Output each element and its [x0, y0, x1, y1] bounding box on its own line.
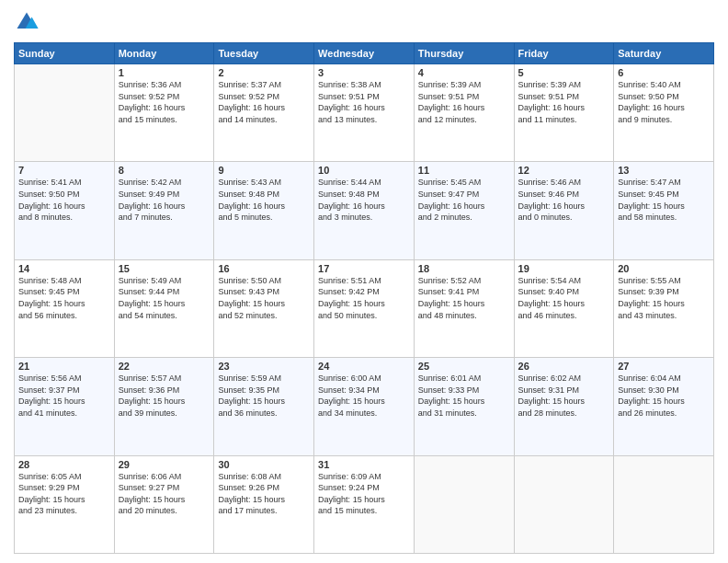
day-info: Sunrise: 5:38 AM Sunset: 9:51 PM Dayligh… — [318, 79, 410, 125]
day-number: 30 — [218, 459, 310, 470]
day-info: Sunrise: 5:40 AM Sunset: 9:50 PM Dayligh… — [618, 79, 710, 125]
day-info: Sunrise: 5:54 AM Sunset: 9:40 PM Dayligh… — [518, 275, 610, 321]
day-number: 27 — [618, 361, 710, 372]
calendar-cell: 8Sunrise: 5:42 AM Sunset: 9:49 PM Daylig… — [114, 162, 214, 259]
day-number: 4 — [418, 67, 510, 78]
day-number: 11 — [418, 165, 510, 176]
day-number: 3 — [318, 67, 410, 78]
day-info: Sunrise: 5:42 AM Sunset: 9:49 PM Dayligh… — [119, 177, 210, 223]
calendar-header-wednesday: Wednesday — [314, 43, 415, 64]
day-info: Sunrise: 5:43 AM Sunset: 9:48 PM Dayligh… — [218, 177, 310, 223]
calendar-cell: 18Sunrise: 5:52 AM Sunset: 9:41 PM Dayli… — [414, 259, 514, 357]
day-number: 31 — [318, 459, 410, 470]
day-info: Sunrise: 5:45 AM Sunset: 9:47 PM Dayligh… — [418, 177, 510, 223]
day-info: Sunrise: 5:41 AM Sunset: 9:50 PM Dayligh… — [18, 177, 110, 223]
logo — [14, 9, 43, 35]
day-number: 25 — [418, 361, 510, 372]
calendar-cell — [614, 455, 714, 553]
day-number: 15 — [119, 263, 210, 274]
calendar-cell: 28Sunrise: 6:05 AM Sunset: 9:29 PM Dayli… — [15, 455, 115, 553]
day-info: Sunrise: 5:36 AM Sunset: 9:52 PM Dayligh… — [119, 79, 210, 125]
calendar-cell: 29Sunrise: 6:06 AM Sunset: 9:27 PM Dayli… — [114, 455, 214, 553]
day-info: Sunrise: 5:52 AM Sunset: 9:41 PM Dayligh… — [418, 275, 510, 321]
calendar-cell — [414, 455, 514, 553]
day-info: Sunrise: 5:48 AM Sunset: 9:45 PM Dayligh… — [18, 275, 110, 321]
day-number: 9 — [218, 165, 310, 176]
day-number: 21 — [18, 361, 110, 372]
day-info: Sunrise: 6:01 AM Sunset: 9:33 PM Dayligh… — [418, 373, 510, 419]
day-number: 16 — [218, 263, 310, 274]
calendar-cell: 2Sunrise: 5:37 AM Sunset: 9:52 PM Daylig… — [214, 64, 314, 162]
calendar-cell: 30Sunrise: 6:08 AM Sunset: 9:26 PM Dayli… — [214, 455, 314, 553]
calendar-week-4: 21Sunrise: 5:56 AM Sunset: 9:37 PM Dayli… — [15, 358, 714, 455]
calendar-cell: 25Sunrise: 6:01 AM Sunset: 9:33 PM Dayli… — [414, 358, 514, 455]
day-number: 23 — [218, 361, 310, 372]
calendar-cell: 20Sunrise: 5:55 AM Sunset: 9:39 PM Dayli… — [614, 259, 714, 357]
day-number: 19 — [518, 263, 610, 274]
day-number: 17 — [318, 263, 410, 274]
calendar-cell: 12Sunrise: 5:46 AM Sunset: 9:46 PM Dayli… — [514, 162, 614, 259]
calendar-cell: 4Sunrise: 5:39 AM Sunset: 9:51 PM Daylig… — [414, 64, 514, 162]
day-number: 5 — [518, 67, 610, 78]
calendar-cell: 10Sunrise: 5:44 AM Sunset: 9:48 PM Dayli… — [314, 162, 415, 259]
day-info: Sunrise: 6:08 AM Sunset: 9:26 PM Dayligh… — [218, 471, 310, 517]
calendar-cell: 24Sunrise: 6:00 AM Sunset: 9:34 PM Dayli… — [314, 358, 415, 455]
calendar-header-tuesday: Tuesday — [214, 43, 314, 64]
day-number: 18 — [418, 263, 510, 274]
calendar-week-3: 14Sunrise: 5:48 AM Sunset: 9:45 PM Dayli… — [15, 259, 714, 357]
calendar-cell: 21Sunrise: 5:56 AM Sunset: 9:37 PM Dayli… — [15, 358, 115, 455]
day-info: Sunrise: 5:59 AM Sunset: 9:35 PM Dayligh… — [218, 373, 310, 419]
calendar-cell: 27Sunrise: 6:04 AM Sunset: 9:30 PM Dayli… — [614, 358, 714, 455]
calendar-week-5: 28Sunrise: 6:05 AM Sunset: 9:29 PM Dayli… — [15, 455, 714, 553]
calendar-cell: 17Sunrise: 5:51 AM Sunset: 9:42 PM Dayli… — [314, 259, 415, 357]
calendar-header-thursday: Thursday — [414, 43, 514, 64]
day-number: 12 — [518, 165, 610, 176]
day-info: Sunrise: 6:05 AM Sunset: 9:29 PM Dayligh… — [18, 471, 110, 517]
day-number: 28 — [18, 459, 110, 470]
calendar-cell: 16Sunrise: 5:50 AM Sunset: 9:43 PM Dayli… — [214, 259, 314, 357]
calendar-cell: 5Sunrise: 5:39 AM Sunset: 9:51 PM Daylig… — [514, 64, 614, 162]
calendar-cell: 9Sunrise: 5:43 AM Sunset: 9:48 PM Daylig… — [214, 162, 314, 259]
day-info: Sunrise: 5:47 AM Sunset: 9:45 PM Dayligh… — [618, 177, 710, 223]
page: SundayMondayTuesdayWednesdayThursdayFrid… — [0, 0, 728, 563]
day-info: Sunrise: 6:00 AM Sunset: 9:34 PM Dayligh… — [318, 373, 410, 419]
day-number: 14 — [18, 263, 110, 274]
day-number: 29 — [119, 459, 210, 470]
day-number: 26 — [518, 361, 610, 372]
day-number: 10 — [318, 165, 410, 176]
day-info: Sunrise: 5:44 AM Sunset: 9:48 PM Dayligh… — [318, 177, 410, 223]
calendar-cell: 1Sunrise: 5:36 AM Sunset: 9:52 PM Daylig… — [114, 64, 214, 162]
header — [14, 9, 714, 35]
calendar-cell: 13Sunrise: 5:47 AM Sunset: 9:45 PM Dayli… — [614, 162, 714, 259]
calendar-cell: 7Sunrise: 5:41 AM Sunset: 9:50 PM Daylig… — [15, 162, 115, 259]
day-number: 2 — [218, 67, 310, 78]
calendar-header-sunday: Sunday — [15, 43, 115, 64]
day-number: 24 — [318, 361, 410, 372]
day-info: Sunrise: 5:46 AM Sunset: 9:46 PM Dayligh… — [518, 177, 610, 223]
calendar-cell: 3Sunrise: 5:38 AM Sunset: 9:51 PM Daylig… — [314, 64, 415, 162]
day-info: Sunrise: 5:39 AM Sunset: 9:51 PM Dayligh… — [518, 79, 610, 125]
day-info: Sunrise: 6:09 AM Sunset: 9:24 PM Dayligh… — [318, 471, 410, 517]
day-info: Sunrise: 5:56 AM Sunset: 9:37 PM Dayligh… — [18, 373, 110, 419]
day-number: 20 — [618, 263, 710, 274]
day-info: Sunrise: 5:57 AM Sunset: 9:36 PM Dayligh… — [119, 373, 210, 419]
calendar-cell: 11Sunrise: 5:45 AM Sunset: 9:47 PM Dayli… — [414, 162, 514, 259]
calendar-week-2: 7Sunrise: 5:41 AM Sunset: 9:50 PM Daylig… — [15, 162, 714, 259]
day-number: 1 — [119, 67, 210, 78]
day-number: 7 — [18, 165, 110, 176]
day-info: Sunrise: 5:39 AM Sunset: 9:51 PM Dayligh… — [418, 79, 510, 125]
calendar-cell: 22Sunrise: 5:57 AM Sunset: 9:36 PM Dayli… — [114, 358, 214, 455]
calendar-cell: 31Sunrise: 6:09 AM Sunset: 9:24 PM Dayli… — [314, 455, 415, 553]
day-info: Sunrise: 5:49 AM Sunset: 9:44 PM Dayligh… — [119, 275, 210, 321]
calendar-cell: 23Sunrise: 5:59 AM Sunset: 9:35 PM Dayli… — [214, 358, 314, 455]
calendar-cell — [514, 455, 614, 553]
calendar-week-1: 1Sunrise: 5:36 AM Sunset: 9:52 PM Daylig… — [15, 64, 714, 162]
day-number: 22 — [119, 361, 210, 372]
day-info: Sunrise: 5:51 AM Sunset: 9:42 PM Dayligh… — [318, 275, 410, 321]
calendar-cell: 15Sunrise: 5:49 AM Sunset: 9:44 PM Dayli… — [114, 259, 214, 357]
day-number: 6 — [618, 67, 710, 78]
day-info: Sunrise: 5:55 AM Sunset: 9:39 PM Dayligh… — [618, 275, 710, 321]
day-info: Sunrise: 6:06 AM Sunset: 9:27 PM Dayligh… — [119, 471, 210, 517]
day-info: Sunrise: 6:02 AM Sunset: 9:31 PM Dayligh… — [518, 373, 610, 419]
calendar-header-saturday: Saturday — [614, 43, 714, 64]
